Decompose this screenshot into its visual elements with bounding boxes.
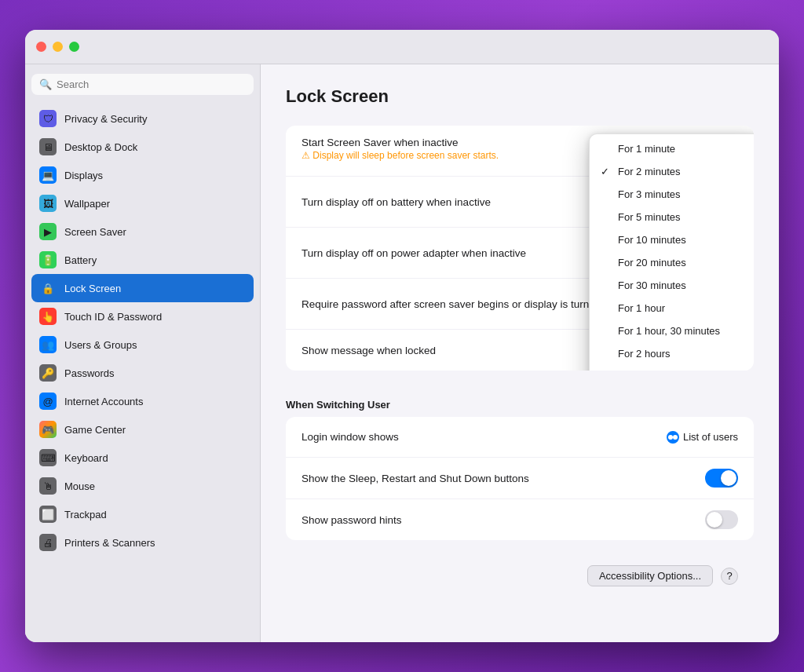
privacy-icon: 🛡 [39,110,57,127]
sleep-toggle[interactable] [705,469,738,488]
hints-label: Show password hints [302,514,705,526]
sidebar-item-label-gamecenter: Game Center [64,424,126,436]
search-input[interactable] [57,79,246,90]
desktop-icon: 🖥 [39,138,57,155]
sidebar: 🔍 🛡 Privacy & Security 🖥 Desktop & Dock … [25,64,261,642]
wallpaper-icon: 🖼 [39,195,57,212]
sidebar-item-label-users: Users & Groups [64,339,137,351]
sidebar-item-label-battery: Battery [64,254,97,266]
sidebar-item-desktop[interactable]: 🖥 Desktop & Dock [31,133,254,161]
settings-row-sleep: Show the Sleep, Restart and Shut Down bu… [286,458,754,499]
minimize-button[interactable] [53,42,63,52]
dropdown-item-20min[interactable]: For 20 minutes [590,251,754,274]
dropdown-item-2min[interactable]: For 2 minutes [590,160,754,183]
sleep-label: Show the Sleep, Restart and Shut Down bu… [302,473,705,484]
sidebar-items-container: 🛡 Privacy & Security 🖥 Desktop & Dock 💻 … [31,104,254,557]
sidebar-item-gamecenter[interactable]: 🎮 Game Center [31,415,254,444]
settings-row-login-window: Login window shows List of users [286,417,754,458]
dropdown-item-2hr30[interactable]: For 2 hours, 30 minutes [590,365,754,371]
sidebar-item-label-desktop: Desktop & Dock [64,141,137,153]
radio-dot-list-users [667,431,679,444]
settings-group-switching: Login window shows List of users Show th… [286,417,754,540]
search-bar[interactable]: 🔍 [31,74,254,95]
switching-section-header: When Switching User [286,386,754,417]
dropdown-item-1min[interactable]: For 1 minute [590,137,754,160]
help-button[interactable]: ? [721,568,738,585]
content-area: 🔍 🛡 Privacy & Security 🖥 Desktop & Dock … [25,64,779,642]
sidebar-item-label-mouse: Mouse [64,480,95,492]
users-icon: 👥 [39,336,57,353]
trackpad-icon: ⬜ [39,506,57,523]
sidebar-item-printers[interactable]: 🖨 Printers & Scanners [31,528,254,557]
hints-value [705,510,738,529]
radio-list-users[interactable]: List of users [667,431,738,444]
maximize-button[interactable] [69,42,79,52]
sidebar-item-lockscreen[interactable]: 🔒 Lock Screen [31,274,254,302]
sidebar-item-label-internet: Internet Accounts [64,396,143,407]
mouse-icon: 🖱 [39,477,57,495]
dropdown-item-30min[interactable]: For 30 minutes [590,274,754,297]
search-icon: 🔍 [39,79,52,90]
dropdown-item-2hr[interactable]: For 2 hours [590,342,754,365]
page-title: Lock Screen [286,86,754,107]
main-content: Lock Screen Start Screen Saver when inac… [261,64,779,642]
sidebar-item-mouse[interactable]: 🖱 Mouse [31,472,254,500]
dropdown-item-5min[interactable]: For 5 minutes [590,206,754,228]
sidebar-item-wallpaper[interactable]: 🖼 Wallpaper [31,189,254,217]
sidebar-item-users[interactable]: 👥 Users & Groups [31,331,254,359]
sidebar-item-label-lockscreen: Lock Screen [64,283,121,294]
sidebar-item-passwords[interactable]: 🔑 Passwords [31,359,254,387]
sleep-value [705,469,738,488]
sidebar-item-label-wallpaper: Wallpaper [64,198,110,210]
screensaver-value: For 20 minutes ⌃⌄ For 1 minuteFor 2 minu… [639,137,738,165]
bottom-bar: Accessibility Options... ? [286,556,754,596]
accessibility-options-button[interactable]: Accessibility Options... [587,565,713,586]
screensaver-icon: ▶ [39,223,57,240]
lockscreen-icon: 🔒 [39,279,57,297]
dropdown-item-10min[interactable]: For 10 minutes [590,228,754,251]
login-window-label: Login window shows [302,431,667,443]
settings-row-hints: Show password hints [286,499,754,540]
login-window-value: List of users [667,431,738,444]
settings-row-screensaver: Start Screen Saver when inactive ⚠ Displ… [286,126,754,177]
sidebar-item-keyboard[interactable]: ⌨ Keyboard [31,444,254,472]
gamecenter-icon: 🎮 [39,421,57,438]
close-button[interactable] [36,42,46,52]
sidebar-item-label-printers: Printers & Scanners [64,537,155,549]
printers-icon: 🖨 [39,534,57,551]
touchid-icon: 👆 [39,308,57,325]
sidebar-item-screensaver[interactable]: ▶ Screen Saver [31,217,254,246]
sidebar-item-privacy[interactable]: 🛡 Privacy & Security [31,104,254,133]
sidebar-item-label-screensaver: Screen Saver [64,226,126,238]
sidebar-item-touchid[interactable]: 👆 Touch ID & Password [31,302,254,331]
sidebar-item-label-passwords: Passwords [64,367,115,379]
screensaver-dropdown-menu: For 1 minuteFor 2 minutesFor 3 minutesFo… [589,133,754,371]
sidebar-item-battery[interactable]: 🔋 Battery [31,246,254,274]
keyboard-icon: ⌨ [39,449,57,466]
passwords-icon: 🔑 [39,364,57,382]
dropdown-item-3min[interactable]: For 3 minutes [590,183,754,206]
displays-icon: 💻 [39,166,57,184]
sidebar-item-label-keyboard: Keyboard [64,452,108,464]
title-bar [25,30,779,64]
battery-icon: 🔋 [39,251,57,268]
system-preferences-window: 🔍 🛡 Privacy & Security 🖥 Desktop & Dock … [25,30,779,642]
dropdown-item-1hr30[interactable]: For 1 hour, 30 minutes [590,320,754,342]
traffic-lights [36,42,79,52]
sidebar-item-label-touchid: Touch ID & Password [64,311,162,323]
settings-group-top: Start Screen Saver when inactive ⚠ Displ… [286,126,754,371]
sidebar-item-label-privacy: Privacy & Security [64,113,147,125]
sidebar-item-label-displays: Displays [64,170,103,181]
sidebar-item-trackpad[interactable]: ⬜ Trackpad [31,500,254,528]
sidebar-item-internet[interactable]: @ Internet Accounts [31,387,254,415]
internet-icon: @ [39,393,57,410]
dropdown-item-1hr[interactable]: For 1 hour [590,297,754,320]
hints-toggle[interactable] [705,510,738,529]
sidebar-item-displays[interactable]: 💻 Displays [31,161,254,189]
sidebar-item-label-trackpad: Trackpad [64,509,107,520]
